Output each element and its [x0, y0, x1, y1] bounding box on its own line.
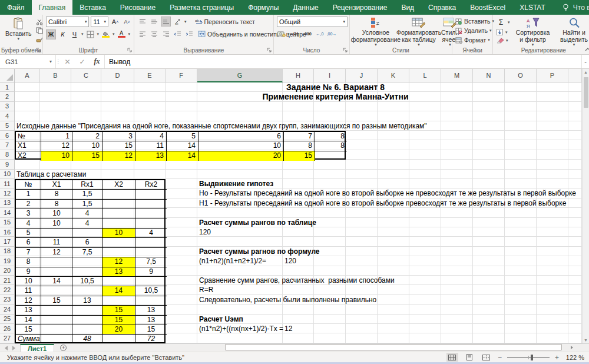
decrease-indent-icon[interactable]: [173, 29, 183, 39]
ribbon-tab-formulas[interactable]: Формулы: [241, 0, 286, 15]
cell-E7[interactable]: 11: [135, 141, 167, 151]
row-header-5[interactable]: 5: [0, 121, 15, 131]
add-sheet-button[interactable]: +: [60, 344, 67, 352]
row-header-3[interactable]: 3: [0, 102, 15, 111]
next-sheet-icon[interactable]: [12, 346, 15, 350]
cell-B13[interactable]: 8: [41, 200, 72, 209]
cell-D15[interactable]: [102, 219, 135, 229]
horizontal-scrollbar[interactable]: [223, 344, 578, 351]
formula-bar-splitter[interactable]: ⋮: [55, 55, 60, 68]
cell-D18[interactable]: [102, 248, 135, 257]
number-format-combo[interactable]: Общий▾: [277, 16, 348, 27]
col-header-A[interactable]: A: [15, 69, 40, 82]
cell-B20[interactable]: [41, 267, 72, 277]
cell-D21[interactable]: [102, 277, 135, 286]
row-header-20[interactable]: 20: [0, 266, 15, 276]
cell-G12[interactable]: Но - Результаты преседаний на одной ноге…: [197, 188, 283, 198]
cell-H6[interactable]: 7: [284, 132, 315, 141]
tell-me-box[interactable]: Что вы хотите сделать?: [562, 0, 589, 15]
col-header-L[interactable]: L: [409, 69, 441, 82]
row-header-26[interactable]: 26: [0, 324, 15, 333]
cancel-entry-icon[interactable]: ✕: [60, 55, 75, 68]
cell-B27[interactable]: [41, 335, 72, 343]
italic-button[interactable]: К: [58, 29, 68, 39]
cell-B18[interactable]: 12: [41, 248, 72, 257]
align-center-icon[interactable]: [149, 29, 159, 39]
conditional-formatting-button[interactable]: ≠ Условное форматирование ▾: [353, 16, 399, 46]
ribbon-tab-insert[interactable]: Вставка: [72, 0, 113, 15]
cell-D16[interactable]: 10: [102, 229, 135, 238]
cell-D7[interactable]: 15: [102, 141, 135, 151]
cell-C27[interactable]: 48: [72, 335, 102, 343]
cell-D24[interactable]: 15: [102, 306, 135, 315]
col-header-H[interactable]: H: [283, 69, 314, 82]
zoom-slider[interactable]: [507, 357, 550, 358]
cell-C14[interactable]: 4: [72, 209, 102, 219]
row-header-19[interactable]: 19: [0, 256, 15, 266]
cell-A22[interactable]: 11: [16, 286, 41, 296]
ribbon-tab-boostexcel[interactable]: BoostExcel: [463, 0, 512, 15]
row-header-10[interactable]: 10: [0, 170, 15, 179]
align-middle-icon[interactable]: [149, 16, 159, 27]
cell-B6[interactable]: 1: [41, 132, 72, 141]
decrease-decimal-button[interactable]: ,00→: [327, 29, 337, 39]
sort-filter-button[interactable]: АЯ Сортировка и фильтр ▾: [514, 16, 552, 47]
cell-E27[interactable]: 72: [135, 335, 167, 343]
cell-G13[interactable]: Н1 - Результаты преседаний на одной ноге…: [197, 198, 283, 208]
row-header-7[interactable]: 7: [0, 140, 15, 150]
autosum-button[interactable]: Σ▾: [496, 17, 510, 27]
cell-E19[interactable]: 7,5: [135, 257, 167, 267]
ribbon-tab-data[interactable]: Данные: [286, 0, 325, 15]
cell-D12[interactable]: [102, 190, 135, 199]
cell-E18[interactable]: [135, 248, 167, 257]
fill-button[interactable]: ▾: [496, 28, 510, 36]
cell-A16[interactable]: 5: [16, 229, 41, 238]
cell-E24[interactable]: 13: [135, 306, 167, 315]
cell-E1[interactable]: Задание № 6. Вариант 8: [134, 82, 537, 92]
cell-E21[interactable]: [135, 277, 167, 286]
increase-decimal-button[interactable]: ←,0: [315, 29, 325, 39]
underline-caret-icon[interactable]: ▾: [81, 32, 84, 36]
row-header-12[interactable]: 12: [0, 188, 15, 198]
align-right-icon[interactable]: [161, 29, 171, 39]
cell-E22[interactable]: 10,5: [135, 286, 167, 296]
expand-formula-bar-icon[interactable]: ⌄: [581, 55, 589, 68]
orientation-button[interactable]: ab: [173, 16, 183, 27]
cell-A19[interactable]: 8: [16, 257, 41, 267]
cell-B26[interactable]: [41, 325, 72, 335]
col-header-C[interactable]: C: [71, 69, 101, 82]
bold-button[interactable]: Ж: [46, 29, 56, 39]
cell-A23[interactable]: 12: [16, 296, 41, 306]
cell-D26[interactable]: 20: [102, 325, 135, 335]
cell-F7[interactable]: 14: [167, 141, 198, 151]
select-all-corner[interactable]: [0, 69, 15, 82]
cell-C13[interactable]: 1,5: [72, 200, 102, 209]
number-dialog-launcher[interactable]: [343, 48, 348, 53]
cell-C26[interactable]: [72, 325, 102, 335]
cut-icon[interactable]: [36, 19, 43, 25]
ribbon-tab-review[interactable]: Рецензирование: [326, 0, 395, 15]
cell-A18[interactable]: 7: [16, 248, 41, 257]
zoom-slider-thumb[interactable]: [531, 355, 533, 360]
find-select-button[interactable]: Найти и выделить ▾: [556, 16, 589, 47]
prev-sheet-icon[interactable]: [5, 346, 8, 350]
row-header-1[interactable]: 1: [0, 82, 15, 92]
cell-E17[interactable]: [135, 238, 167, 247]
row-header-21[interactable]: 21: [0, 276, 15, 285]
align-bottom-icon[interactable]: [161, 16, 171, 27]
zoom-in-button[interactable]: +: [555, 353, 559, 362]
underline-button[interactable]: Ч: [70, 29, 80, 39]
cell-D11[interactable]: X2: [102, 180, 135, 190]
cell-F6[interactable]: 5: [167, 132, 198, 141]
col-header-M[interactable]: M: [441, 69, 473, 82]
collapse-ribbon-button[interactable]: [584, 46, 589, 53]
cell-D23[interactable]: [102, 296, 135, 306]
borders-caret-icon[interactable]: ▾: [97, 32, 100, 36]
cell-C23[interactable]: 13: [72, 296, 102, 306]
normal-view-button[interactable]: [446, 353, 458, 362]
page-break-view-button[interactable]: [481, 353, 492, 362]
cell-A17[interactable]: 6: [16, 238, 41, 247]
cell-G15[interactable]: Расчет суммы рангов по таблице: [197, 218, 283, 227]
cell-A21[interactable]: 10: [16, 277, 41, 286]
row-header-8[interactable]: 8: [0, 150, 15, 160]
